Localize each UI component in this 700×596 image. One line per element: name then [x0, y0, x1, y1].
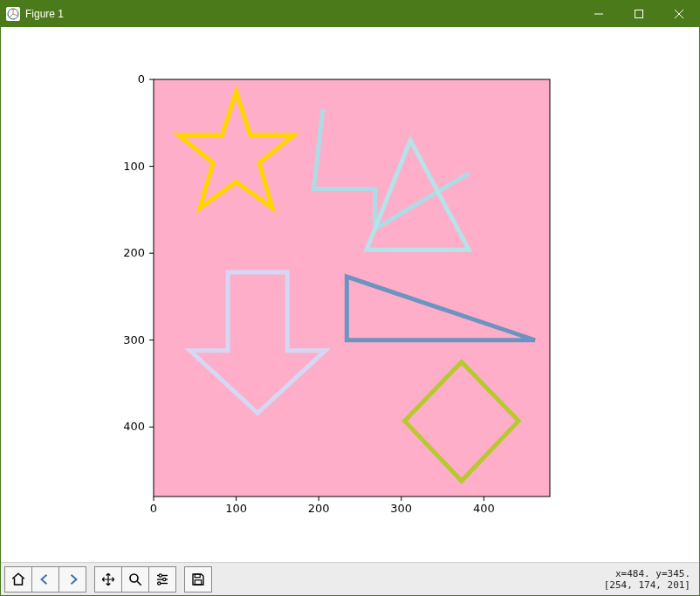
cursor-status: x=484. y=345. [254, 174, 201] [604, 568, 696, 591]
plot-canvas[interactable]: 01002003004000100200300400 [1, 27, 699, 562]
svg-point-37 [163, 578, 166, 580]
cursor-xy: x=484. y=345. [604, 568, 690, 579]
svg-text:0: 0 [138, 72, 145, 86]
zoom-icon [127, 572, 143, 587]
back-button[interactable] [31, 566, 59, 593]
cursor-rgb: [254, 174, 201] [604, 579, 690, 591]
pan-icon [100, 572, 116, 587]
pan-button[interactable] [94, 566, 122, 593]
forward-arrow-icon [65, 572, 80, 587]
matplotlib-icon [6, 7, 20, 21]
sliders-icon [154, 572, 170, 587]
maximize-icon [635, 10, 643, 18]
maximize-button[interactable] [619, 1, 659, 27]
save-button[interactable] [184, 566, 212, 593]
minimize-button[interactable] [579, 1, 619, 27]
svg-rect-40 [195, 574, 200, 578]
svg-text:400: 400 [123, 420, 145, 433]
svg-text:100: 100 [225, 502, 247, 515]
matplotlib-toolbar: x=484. y=345. [254, 174, 201] [1, 562, 699, 595]
close-button[interactable] [659, 1, 699, 27]
svg-rect-41 [195, 579, 202, 584]
back-arrow-icon [38, 572, 53, 587]
svg-text:300: 300 [123, 333, 145, 346]
svg-text:400: 400 [473, 502, 495, 515]
svg-point-39 [158, 581, 161, 584]
home-icon [10, 572, 26, 587]
svg-text:200: 200 [123, 246, 145, 259]
svg-text:0: 0 [150, 502, 157, 515]
svg-rect-2 [635, 10, 643, 18]
svg-text:300: 300 [390, 502, 412, 515]
svg-text:200: 200 [308, 502, 330, 515]
svg-point-32 [130, 574, 138, 582]
close-icon [675, 10, 683, 18]
forward-button[interactable] [58, 566, 86, 593]
svg-rect-5 [154, 79, 550, 497]
zoom-button[interactable] [121, 566, 149, 593]
svg-point-35 [159, 573, 161, 576]
window-title: Figure 1 [25, 8, 64, 20]
configure-button[interactable] [148, 566, 176, 593]
svg-line-33 [137, 581, 141, 586]
save-icon [190, 572, 206, 587]
svg-text:100: 100 [123, 160, 145, 173]
titlebar: Figure 1 [1, 1, 699, 27]
home-button[interactable] [4, 566, 32, 593]
minimize-icon [594, 10, 603, 18]
